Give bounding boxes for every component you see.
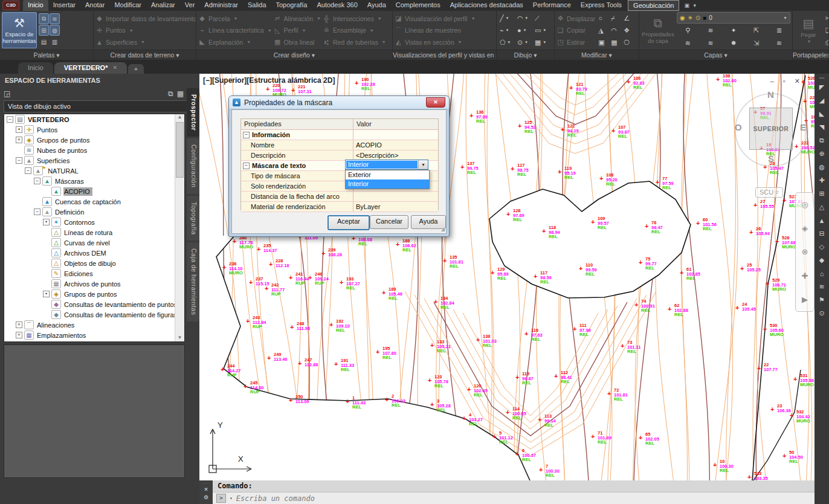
paste-button[interactable]: ▤Pegar▼ — [795, 12, 822, 48]
tree-item-grupos-de-puntos[interactable]: •◈Grupos de puntos — [4, 289, 184, 299]
tree-item-definición[interactable]: −▲Definición — [4, 207, 184, 217]
menu-tab-ayuda[interactable]: Ayuda — [363, 0, 391, 11]
tree-item-líneas-de-rotura[interactable]: △Líneas de rotura — [4, 227, 184, 237]
draw-tool-icon-4[interactable]: ⌁▾ — [498, 25, 515, 36]
surface-tool-icon-12[interactable]: ⊟ — [816, 228, 828, 239]
modify-tool-icon-1-1[interactable]: ◠ — [610, 25, 621, 36]
layer-tool-icon-0-2[interactable]: ✦ — [723, 25, 745, 36]
obra-lineal-button[interactable]: ▦Obra lineal — [274, 37, 321, 47]
tree-expander-icon[interactable]: • — [16, 126, 22, 133]
menu-tab-aplicaciones-destacadas[interactable]: Aplicaciones destacadas — [445, 0, 528, 11]
palette-toggle-icon-4[interactable]: ◍ — [50, 25, 60, 36]
surface-tool-icon-5[interactable]: ⧉ — [816, 135, 828, 146]
parcela-button[interactable]: ◆Parcela▼ — [198, 13, 272, 24]
active-drawing-view-combo[interactable]: Vista de dibujo activo▼ — [4, 100, 196, 112]
viewport-window-controls[interactable]: ‒ ▫ ✕ — [770, 77, 804, 85]
collapse-icon[interactable]: − — [243, 132, 250, 138]
collapse-icon[interactable]: − — [243, 163, 250, 169]
menu-tab-modificar[interactable]: Modificar — [109, 0, 146, 11]
scroll-up-icon[interactable]: ▲ — [178, 114, 182, 120]
cut-icon[interactable]: ✂ — [824, 13, 828, 24]
viewcube-south[interactable]: S — [768, 153, 774, 164]
aceptar-button[interactable]: Aceptar — [327, 215, 370, 230]
copiar-button[interactable]: ❏Copiar — [556, 25, 595, 36]
draw-tool-icon-7[interactable]: ⬠▾ — [498, 37, 515, 48]
draw-tool-icon-6[interactable]: ▭▾ — [534, 25, 550, 36]
tree-item-archivos-dem[interactable]: △Archivos DEM — [4, 248, 184, 258]
modify-tool-icon-2-1[interactable]: ❖ — [622, 25, 633, 36]
menu-tab-anotar[interactable]: Anotar — [80, 0, 109, 11]
surface-edit-icon[interactable]: ◲ — [4, 89, 10, 98]
viewport-controls-label[interactable]: [−][Superior][Estructura alámbrica 2D] — [203, 76, 335, 85]
draw-tool-icon-5[interactable]: ●▾ — [516, 25, 533, 36]
tree-item-puntos[interactable]: •✛Puntos — [4, 124, 184, 135]
close-icon[interactable]: ✕ — [204, 486, 208, 493]
tree-item-ediciones[interactable]: ✎Ediciones — [4, 268, 184, 279]
ucs-selector[interactable]: SCU ▿ — [755, 187, 783, 198]
visualización-del-perfil-button[interactable]: ◪Visualización del perfil▼ — [395, 13, 476, 24]
layer-tool-icon-0-0[interactable]: ⚲ — [677, 25, 699, 36]
tree-item-alineaciones[interactable]: +⌒Alineaciones — [4, 320, 184, 330]
surface-tool-icon-11[interactable]: ▲ — [816, 215, 828, 226]
tree-item-consultas-de-levantamiento-de-puntos[interactable]: ◆Consultas de levantamiento de puntos — [4, 299, 184, 309]
línea-característica-button[interactable]: ⌁Línea característica▼ — [198, 25, 272, 36]
menu-tab-autodesk-360[interactable]: Autodesk 360 — [312, 0, 362, 11]
tree-item-contornos[interactable]: •✶Contornos — [4, 217, 184, 227]
draw-tool-icon-3[interactable]: ⟋ — [534, 13, 550, 24]
layer-combo[interactable]: ◉☀⊙■0▼ — [677, 12, 790, 24]
tree-expander-icon[interactable]: + — [16, 137, 22, 143]
modify-tool-icon-0-2[interactable]: ▣ — [597, 37, 608, 48]
modify-tool-icon-0-0[interactable]: ○ — [597, 13, 608, 24]
new-tab-button[interactable]: + — [128, 64, 144, 74]
menu-tab-ver[interactable]: Ver — [180, 0, 200, 11]
superficies-button[interactable]: ▲Superficies▼ — [95, 37, 196, 47]
menu-tab-administrar[interactable]: Administrar — [199, 0, 243, 11]
paste-special-icon[interactable]: ⎙ — [824, 37, 828, 48]
layer-tool-icon-0-3[interactable]: ⇱ — [745, 25, 767, 36]
tree-expander-icon[interactable]: − — [16, 157, 22, 164]
surface-tool-icon-17[interactable]: ⚑ — [816, 294, 828, 306]
palette-toggle-icon-2[interactable]: ≋ — [50, 13, 60, 24]
vistas-en-sección-button[interactable]: ◭Vistas en sección▼ — [395, 37, 476, 47]
tree-item-curvas-de-nivel[interactable]: △Curvas de nivel — [4, 237, 184, 248]
layer-tool-icon-0-4[interactable]: ≣ — [768, 25, 790, 36]
property-row-nombre[interactable]: NombreACOPIO — [241, 140, 438, 150]
palette-toggle-icon-5[interactable]: ▤ — [39, 36, 49, 47]
copy-clip-icon[interactable]: ❏ — [824, 25, 828, 36]
toolspace-toggle-button[interactable]: ⚒Espacio de herramientas — [2, 12, 37, 48]
side-tab-configuración[interactable]: Configuración — [187, 138, 199, 193]
tree-expander-icon[interactable]: − — [25, 167, 31, 174]
modify-tool-icon-2-2[interactable]: ⎔ — [622, 37, 633, 48]
tree-expander-icon[interactable]: − — [7, 116, 13, 123]
tree-item-natural[interactable]: −▲⚑NATURAL — [4, 166, 184, 176]
side-tab-topografía[interactable]: Topografía — [187, 196, 199, 241]
surface-tool-icon-15[interactable]: ⌂ — [816, 268, 828, 279]
perfil-button[interactable]: ◺Perfil▼ — [274, 25, 321, 36]
tree-item-emplazamientos[interactable]: +▦Emplazamientos — [4, 330, 184, 340]
showmotion-icon[interactable]: ▶ — [802, 295, 808, 304]
tree-expander-icon[interactable]: + — [16, 332, 22, 338]
puntos-button[interactable]: ✛Puntos▼ — [95, 25, 196, 36]
alineación-button[interactable]: ≓Alineación▼ — [274, 13, 321, 24]
tree-item-consultas-de-levantamiento-de-figuras[interactable]: ◆Consultas de levantamiento de figuras — [4, 309, 184, 320]
tree-expander-icon[interactable]: − — [34, 208, 40, 215]
navigation-bar[interactable]: ◎◈⊗✚▶ — [795, 192, 814, 312]
palette-toggle-icon-6[interactable]: ▥ — [50, 36, 60, 47]
menu-tab-inicio[interactable]: Inicio — [23, 0, 48, 11]
modify-tool-icon-2-0[interactable]: ∠ — [622, 13, 633, 24]
draw-tool-icon-9[interactable]: ▦▾ — [534, 37, 550, 48]
palette-toggle-icon-3[interactable]: ⊞ — [39, 25, 49, 36]
tree-item-cuencas-de-captación[interactable]: ▲Cuencas de captación — [4, 196, 184, 207]
viewcube[interactable]: N O E S SUPERIOR SCU ▿ — [731, 91, 811, 174]
tree-expander-icon[interactable]: + — [16, 321, 22, 328]
draw-tool-icon-2[interactable]: ◠▾ — [516, 13, 533, 24]
modify-tool-icon-0-1[interactable]: ◮ — [597, 25, 608, 36]
estirar-button[interactable]: ◳Estirar — [556, 37, 595, 47]
tree-item-grupos-de-puntos[interactable]: +◈Grupos de puntos — [4, 135, 184, 145]
modify-tool-icon-1-2[interactable]: ▦ — [610, 37, 621, 48]
menu-tab-performance[interactable]: Performance — [528, 0, 576, 11]
side-tab-prospector[interactable]: Prospector — [187, 88, 199, 137]
tree-scrollbar[interactable]: ▲ ▼ — [175, 114, 184, 341]
menu-tab-topografía[interactable]: Topografía — [271, 0, 312, 11]
chevron-down-icon[interactable]: ▾ — [230, 496, 233, 501]
